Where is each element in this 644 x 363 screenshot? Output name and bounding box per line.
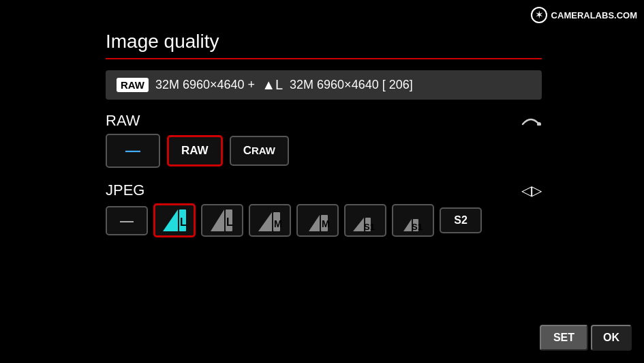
- svg-marker-4: [211, 209, 224, 231]
- svg-text:L: L: [180, 216, 186, 228]
- watermark: ✶ CAMERALABS.COM: [531, 7, 637, 23]
- jpeg-option-fine-large[interactable]: L: [153, 203, 196, 237]
- jpeg-arrows: ◁▷: [521, 182, 542, 199]
- svg-marker-16: [403, 219, 412, 231]
- svg-marker-7: [258, 212, 272, 231]
- raw-options-row: — RAW CRAW: [106, 134, 542, 168]
- info-text1: 32M 6960×4640 +: [155, 78, 255, 92]
- main-content: Image quality RAW 32M 6960×4640 + ▲L 32M…: [106, 31, 542, 237]
- raw-badge: RAW: [117, 78, 149, 92]
- watermark-text: CAMERALABS.COM: [551, 10, 637, 20]
- jpeg-option-fine-medium[interactable]: M: [249, 204, 291, 237]
- raw-option-raw-label: RAW: [181, 144, 209, 158]
- svg-text:S1: S1: [412, 222, 423, 231]
- page-title: Image quality: [106, 31, 542, 53]
- jpeg-label: JPEG: [106, 182, 144, 199]
- raw-option-craw[interactable]: CRAW: [230, 136, 289, 166]
- info-bar: RAW 32M 6960×4640 + ▲L 32M 6960×4640 [ 2…: [106, 70, 542, 100]
- raw-label: RAW: [106, 112, 140, 130]
- svg-text:S1: S1: [364, 222, 375, 231]
- svg-text:M: M: [322, 218, 329, 229]
- bottom-buttons: SET OK: [540, 325, 632, 351]
- jpeg-option-dash[interactable]: —: [106, 206, 148, 235]
- jpeg-option-normal-medium[interactable]: M: [296, 204, 339, 237]
- set-button[interactable]: SET: [540, 325, 588, 351]
- jpeg-s2-label: S2: [454, 214, 467, 227]
- jpeg-options-row: — L L M: [106, 203, 542, 237]
- jpeg-option-small2[interactable]: S2: [440, 207, 482, 233]
- ok-button[interactable]: OK: [591, 325, 632, 351]
- raw-option-dash[interactable]: —: [106, 134, 160, 168]
- raw-option-craw-label: CRAW: [243, 144, 275, 158]
- svg-text:M: M: [274, 218, 281, 229]
- raw-scroll-icon: [520, 113, 542, 129]
- jpeg-option-normal-large[interactable]: L: [201, 204, 243, 237]
- jpeg-option-normal-small1[interactable]: S1: [392, 204, 434, 237]
- svg-text:L: L: [226, 216, 233, 228]
- raw-option-raw[interactable]: RAW: [167, 135, 223, 166]
- jpeg-option-fine-small1[interactable]: S1: [344, 204, 386, 237]
- jpeg-section-label: JPEG ◁▷: [106, 182, 542, 199]
- watermark-icon: ✶: [531, 7, 547, 23]
- info-text2: 32M 6960×4640 [ 206]: [290, 78, 413, 92]
- svg-marker-10: [309, 215, 320, 231]
- red-divider: [106, 58, 542, 59]
- raw-section-label: RAW: [106, 112, 542, 130]
- svg-marker-1: [163, 209, 178, 231]
- jpeg-icon-info: ▲L: [262, 77, 283, 93]
- svg-marker-13: [353, 218, 364, 231]
